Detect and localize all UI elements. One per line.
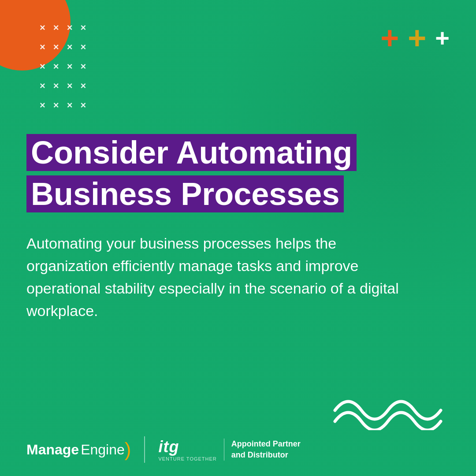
footer-divider [144, 436, 145, 463]
main-content-area: Consider Automating Business Processes A… [26, 132, 450, 322]
itg-name: itg [158, 438, 179, 456]
headline-line1: Consider Automating [26, 134, 357, 171]
appointed-partner-line2: and Distributor [231, 450, 301, 461]
plus-group-decoration: + + + [380, 22, 450, 54]
itg-tagline: venture together [158, 456, 216, 461]
wave-svg [331, 395, 454, 430]
x-icon: × [81, 61, 86, 72]
x-icon: × [40, 80, 45, 92]
x-icon: × [81, 80, 86, 92]
x-icon: × [40, 41, 45, 53]
x-icon: × [53, 61, 59, 72]
x-icon: × [53, 41, 59, 53]
x-pattern-decoration: × × × × × × × × × × × × × × × × × × × × [40, 22, 86, 111]
description-text: Automating your business processes helps… [26, 232, 405, 322]
x-icon: × [67, 41, 73, 53]
x-icon: × [53, 100, 59, 111]
engine-text: Engine [81, 442, 125, 458]
x-icon: × [67, 61, 73, 72]
plus-gold-icon: + [408, 22, 426, 54]
itg-section: itg venture together Appointed Partner a… [158, 438, 300, 461]
x-icon: × [81, 100, 86, 111]
itg-logo: itg venture together [158, 438, 216, 461]
x-icon: × [67, 80, 73, 92]
x-icon: × [40, 61, 45, 72]
x-icon: × [40, 100, 45, 111]
x-icon: × [53, 22, 59, 33]
x-icon: × [67, 22, 73, 33]
headline-block: Consider Automating Business Processes [26, 132, 450, 215]
appointed-partner-line1: Appointed Partner [231, 439, 301, 450]
x-icon: × [81, 22, 86, 33]
footer: ManageEngine) itg venture together Appoi… [26, 436, 450, 463]
plus-orange-icon: + [380, 22, 399, 54]
main-container: × × × × × × × × × × × × × × × × × × × × … [0, 0, 476, 476]
x-icon: × [40, 22, 45, 33]
plus-white-icon: + [435, 26, 450, 50]
manage-engine-logo: ManageEngine) [26, 440, 131, 459]
wave-decoration [331, 395, 454, 432]
x-icon: × [67, 100, 73, 111]
x-icon: × [53, 80, 59, 92]
itg-internal-divider [224, 439, 224, 461]
manage-text: Manage [26, 442, 79, 458]
x-icon: × [81, 41, 86, 53]
bracket-icon: ) [125, 440, 131, 459]
appointed-partner-text: Appointed Partner and Distributor [231, 439, 301, 461]
headline-line2: Business Processes [26, 175, 344, 212]
